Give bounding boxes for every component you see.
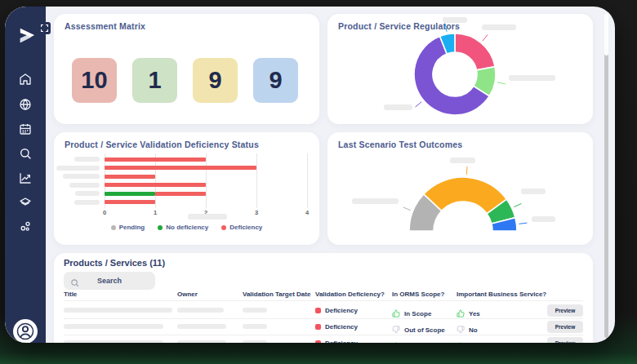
cell-placeholder-date xyxy=(243,340,267,343)
sidebar xyxy=(5,7,46,343)
products-stack-icon[interactable] xyxy=(19,195,32,208)
legend-item[interactable]: Deficiency xyxy=(221,224,262,231)
scrollbar-thumb[interactable] xyxy=(604,13,608,55)
column-header: Validation Target Date xyxy=(243,291,310,298)
donut-leader-line xyxy=(497,82,506,84)
deficiency-cell: Deficiency xyxy=(315,340,358,343)
important-text: Yes xyxy=(469,310,480,317)
column-header: In ORMS Scope? xyxy=(392,291,444,298)
deficiency-cell: Deficiency xyxy=(315,307,358,314)
legend-label: No deficiency xyxy=(166,224,208,231)
deficiency-status-card: Product / Service Validation Deficiency … xyxy=(54,132,319,245)
cell-placeholder-title xyxy=(64,324,163,329)
thumbs-up-icon xyxy=(457,339,465,343)
bar-segment[interactable] xyxy=(155,192,206,196)
deficiency-status-icon xyxy=(315,340,321,343)
outcomes-gauge-chart xyxy=(327,132,593,245)
legend-dot xyxy=(221,225,226,230)
bar-segment[interactable] xyxy=(105,166,256,170)
bar-segment[interactable] xyxy=(105,183,206,187)
legend-dot xyxy=(158,225,163,230)
preview-button[interactable]: Preview xyxy=(547,337,583,343)
donut-leader-line xyxy=(483,34,488,41)
table-row: DeficiencyIn ScopeYesPreview xyxy=(54,335,593,343)
legend-item[interactable]: No deficiency xyxy=(158,224,208,231)
legend-item[interactable]: Pending xyxy=(111,224,145,231)
thumbs-up-icon xyxy=(392,339,400,343)
column-header: Validation Deficiency? xyxy=(315,291,385,298)
divider xyxy=(64,318,583,319)
connections-icon[interactable] xyxy=(19,220,32,233)
donut-label-placeholder xyxy=(384,104,412,110)
category-label-placeholder xyxy=(56,166,100,171)
gauge-leader-line xyxy=(519,223,527,224)
gauge-label-placeholder xyxy=(521,189,546,194)
gauge-leader-line xyxy=(466,166,467,175)
table-row: DeficiencyOut of ScopeNoPreview xyxy=(54,318,593,335)
important-text: Yes xyxy=(469,343,480,344)
bar-segment[interactable] xyxy=(105,200,155,204)
column-header: Title xyxy=(64,291,77,298)
card-title: Assessment Matrix xyxy=(65,21,145,31)
donut-label-placeholder xyxy=(509,75,555,81)
axis-tick: 3 xyxy=(255,209,258,216)
regulators-donut-chart xyxy=(327,14,593,124)
cell-placeholder-owner xyxy=(177,324,226,329)
category-label-placeholder xyxy=(74,200,100,205)
scrollbar-track[interactable] xyxy=(604,13,608,338)
analytics-icon[interactable] xyxy=(19,171,32,184)
cell-placeholder-owner xyxy=(177,308,224,313)
scope-text: In Scope xyxy=(404,343,431,344)
expand-sidebar-button[interactable] xyxy=(38,22,51,34)
scope-text: Out of Scope xyxy=(404,326,445,334)
divider xyxy=(64,300,583,301)
important-text: No xyxy=(469,326,478,334)
donut-segment-rose[interactable] xyxy=(455,33,495,70)
scope-text: In Scope xyxy=(404,310,431,317)
bar-segment[interactable] xyxy=(105,158,206,162)
home-icon[interactable] xyxy=(19,73,32,86)
products-services-card: Products / Services (11) TitleOwnerValid… xyxy=(54,253,593,343)
globe-icon[interactable] xyxy=(19,98,32,111)
regulators-card: Product / Service Regulators xyxy=(327,14,593,124)
bar-segment[interactable] xyxy=(105,175,155,179)
donut-label-placeholder xyxy=(443,17,467,23)
user-avatar[interactable] xyxy=(13,319,38,343)
search-icon[interactable] xyxy=(19,147,32,160)
assessment-tile[interactable]: 9 xyxy=(253,58,298,103)
table-row: DeficiencyIn ScopeYesPreview xyxy=(54,302,593,318)
donut-leader-line xyxy=(415,102,421,107)
gridline xyxy=(307,153,308,208)
deficiency-text: Deficiency xyxy=(325,307,358,314)
column-header: Important Business Service? xyxy=(457,291,546,298)
column-header: Owner xyxy=(177,291,198,298)
calendar-icon[interactable] xyxy=(19,122,32,135)
gridline xyxy=(206,153,207,208)
outcomes-card: Last Scenario Test Outcomes xyxy=(327,132,593,245)
search-box xyxy=(64,272,155,290)
important-service-cell: Yes xyxy=(457,339,480,343)
axis-tick: 0 xyxy=(103,209,106,216)
assessment-tile[interactable]: 1 xyxy=(132,58,177,103)
assessment-tile[interactable]: 9 xyxy=(193,58,238,103)
gauge-label-placeholder xyxy=(352,198,399,204)
gauge-leader-line xyxy=(403,207,411,211)
legend-label: Pending xyxy=(119,224,145,231)
gridline xyxy=(256,153,257,208)
axis-label-placeholder xyxy=(188,214,227,220)
deficiency-status-icon xyxy=(315,324,321,330)
divider xyxy=(64,335,583,335)
gridline xyxy=(155,153,156,208)
app-window: Assessment Matrix 10199 Product / Servic… xyxy=(5,7,615,343)
table-title: Products / Services (11) xyxy=(64,258,165,268)
cell-placeholder-date xyxy=(243,324,267,329)
preview-button[interactable]: Preview xyxy=(547,304,583,317)
preview-button[interactable]: Preview xyxy=(547,321,583,333)
chart-legend: PendingNo deficiencyDeficiency xyxy=(54,224,319,231)
deficiency-status-icon xyxy=(315,308,321,313)
bar-segment[interactable] xyxy=(105,192,155,196)
assessment-tile[interactable]: 10 xyxy=(72,58,117,103)
axis-tick: 1 xyxy=(154,209,157,216)
gauge-leader-line xyxy=(514,203,521,206)
app-logo-icon xyxy=(16,24,38,47)
